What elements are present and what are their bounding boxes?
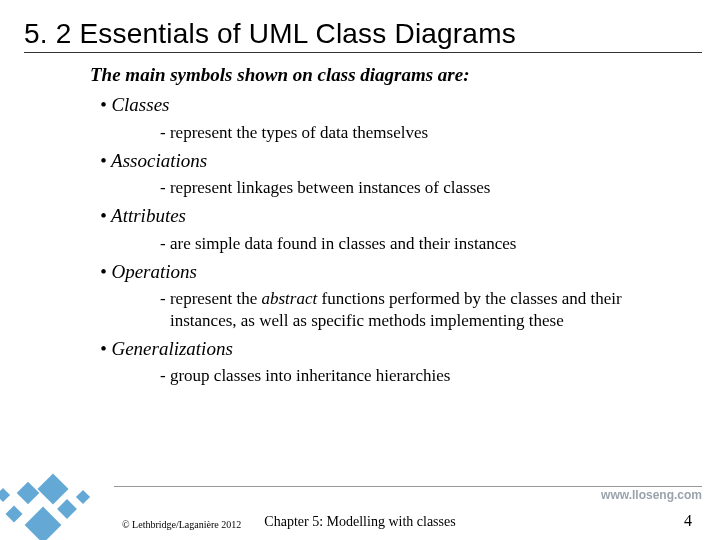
bullet-classes: Classes xyxy=(100,93,690,117)
svg-rect-3 xyxy=(25,507,62,540)
bullet-operations: Operations xyxy=(100,260,690,284)
intro-text: The main symbols shown on class diagrams… xyxy=(90,63,690,87)
bullet-attributes: Attributes xyxy=(100,204,690,228)
site-url: www.lloseng.com xyxy=(601,488,702,502)
svg-rect-1 xyxy=(37,473,68,504)
bullet-generalizations: Generalizations xyxy=(100,337,690,361)
bullet-associations: Associations xyxy=(100,149,690,173)
svg-rect-0 xyxy=(17,482,40,505)
svg-rect-5 xyxy=(0,488,10,502)
desc-operations: represent the abstract functions perform… xyxy=(160,288,690,331)
svg-rect-6 xyxy=(76,490,90,504)
desc-classes: represent the types of data themselves xyxy=(160,122,690,143)
desc-attributes: are simple data found in classes and the… xyxy=(160,233,690,254)
desc-associations: represent linkages between instances of … xyxy=(160,177,690,198)
desc-generalizations: group classes into inheritance hierarchi… xyxy=(160,365,690,386)
svg-rect-4 xyxy=(6,506,23,523)
slide-content: The main symbols shown on class diagrams… xyxy=(0,53,720,386)
page-number: 4 xyxy=(684,512,692,530)
copyright-text: © Lethbridge/Laganière 2012 xyxy=(122,519,241,530)
slide-title: 5. 2 Essentials of UML Class Diagrams xyxy=(0,0,720,52)
footer-divider xyxy=(114,486,702,487)
chapter-label: Chapter 5: Modelling with classes xyxy=(264,514,455,530)
svg-rect-2 xyxy=(57,499,77,519)
